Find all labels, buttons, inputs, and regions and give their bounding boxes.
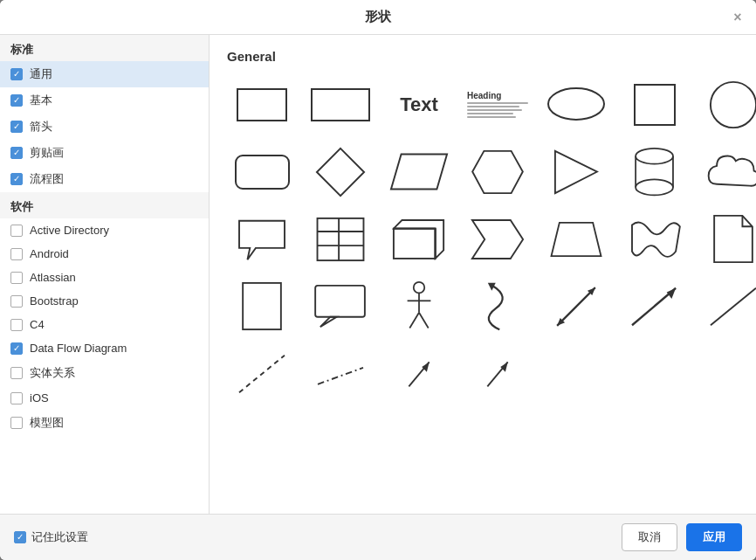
shape-person[interactable]: [384, 278, 454, 335]
shape-arrow-diagonal-right[interactable]: [620, 278, 690, 335]
main-content: General Text: [210, 35, 756, 514]
svg-point-10: [636, 148, 673, 163]
sidebar-label-basic: 基本: [30, 93, 52, 108]
shape-arrow-up-right-2[interactable]: [463, 345, 533, 402]
checkbox-bootstrap[interactable]: [10, 295, 23, 308]
svg-rect-3: [635, 85, 675, 125]
checkbox-basic[interactable]: [10, 94, 23, 107]
shape-rectangle-wide[interactable]: [306, 76, 375, 133]
close-button[interactable]: ×: [730, 10, 746, 25]
shape-rectangle-small[interactable]: [227, 76, 297, 133]
sidebar-item-arrow[interactable]: 箭头: [0, 114, 209, 140]
shape-circle[interactable]: [698, 76, 756, 133]
shape-heading[interactable]: Heading: [463, 76, 533, 133]
checkbox-ios[interactable]: [10, 392, 23, 404]
svg-line-39: [239, 355, 285, 392]
shape-arrow-up-right[interactable]: [384, 345, 454, 402]
svg-marker-22: [472, 220, 523, 259]
checkbox-er[interactable]: [10, 367, 23, 379]
sidebar-item-android[interactable]: Android: [0, 242, 209, 266]
sidebar-item-atlassian[interactable]: Atlassian: [0, 266, 209, 289]
sidebar-label-ios: iOS: [30, 391, 49, 404]
shape-arrow-triangle[interactable]: [541, 143, 611, 200]
shape-s-arrow[interactable]: [463, 278, 533, 335]
shape-hexagon[interactable]: [463, 143, 533, 200]
checkbox-mockup[interactable]: [10, 417, 23, 429]
apply-button[interactable]: 应用: [686, 523, 742, 551]
shape-trapezoid[interactable]: [541, 211, 611, 267]
shape-diamond[interactable]: [306, 143, 375, 200]
sidebar-item-active-directory[interactable]: Active Directory: [0, 218, 209, 242]
checkbox-c4[interactable]: [10, 319, 23, 331]
sidebar-label-general: 通用: [30, 66, 52, 82]
shape-double-arrow-diagonal[interactable]: [541, 278, 611, 335]
sidebar-item-flowchart[interactable]: 流程图: [0, 166, 209, 192]
sidebar-label-android: Android: [30, 247, 69, 260]
sidebar-label-mockup: 模型图: [30, 415, 64, 431]
sidebar-item-mockup[interactable]: 模型图: [0, 410, 209, 436]
sidebar-item-clipart[interactable]: 剪贴画: [0, 140, 209, 166]
shape-ellipse[interactable]: [541, 76, 611, 133]
shape-callout[interactable]: [306, 278, 375, 335]
shape-cloud[interactable]: [698, 143, 756, 200]
svg-rect-5: [236, 156, 289, 189]
checkbox-general[interactable]: [10, 68, 23, 80]
shape-rounded-rect[interactable]: [227, 143, 297, 200]
sidebar-item-ios[interactable]: iOS: [0, 386, 209, 410]
shape-document[interactable]: [698, 211, 756, 267]
remember-label: 记住此设置: [31, 529, 88, 545]
shape-chevron-arrow[interactable]: [463, 211, 533, 267]
shape-square[interactable]: [620, 76, 690, 133]
title-bar: 形状 ×: [0, 0, 756, 35]
shape-3d-box[interactable]: [384, 211, 454, 267]
svg-point-4: [711, 81, 756, 127]
svg-rect-1: [312, 89, 369, 121]
svg-rect-24: [243, 283, 281, 329]
cancel-button[interactable]: 取消: [622, 523, 677, 551]
standard-section-header: 标准: [0, 35, 209, 61]
section-title: General: [227, 49, 739, 64]
checkbox-clipart[interactable]: [10, 147, 23, 159]
sidebar-label-bootstrap: Bootstrap: [30, 294, 79, 308]
shapes-dialog: 形状 × 标准 通用 基本 箭头 剪贴画: [0, 0, 756, 560]
checkbox-flowchart[interactable]: [10, 173, 23, 185]
shape-cylinder[interactable]: [620, 143, 690, 200]
svg-marker-23: [552, 222, 601, 255]
sidebar-label-er: 实体关系: [30, 365, 75, 381]
shape-wave[interactable]: [620, 211, 690, 267]
checkbox-android[interactable]: [10, 248, 23, 260]
shape-text[interactable]: Text: [384, 76, 454, 133]
sidebar-label-atlassian: Atlassian: [30, 271, 76, 284]
sidebar-item-data-flow[interactable]: Data Flow Diagram: [0, 336, 209, 360]
content-area: 标准 通用 基本 箭头 剪贴画 流程图 软件: [0, 35, 756, 514]
sidebar-item-general[interactable]: 通用: [0, 61, 209, 87]
shape-dash-dot-line[interactable]: [306, 345, 375, 402]
sidebar-item-er[interactable]: 实体关系: [0, 360, 209, 386]
svg-marker-8: [472, 150, 523, 192]
svg-marker-9: [555, 150, 597, 192]
sidebar-item-basic[interactable]: 基本: [0, 87, 209, 114]
sidebar: 标准 通用 基本 箭头 剪贴画 流程图 软件: [0, 35, 210, 514]
shape-table[interactable]: [306, 211, 375, 267]
svg-marker-7: [391, 155, 447, 190]
svg-marker-37: [667, 287, 676, 298]
checkbox-atlassian[interactable]: [10, 272, 23, 284]
checkbox-remember[interactable]: [14, 531, 26, 543]
sidebar-item-bootstrap[interactable]: Bootstrap: [0, 289, 209, 313]
shape-speech-bubble[interactable]: [227, 211, 297, 267]
footer-left: 记住此设置: [14, 529, 88, 545]
sidebar-label-flowchart: 流程图: [30, 171, 64, 187]
shape-line-diagonal[interactable]: [698, 278, 756, 335]
sidebar-item-c4[interactable]: C4: [0, 313, 209, 336]
checkbox-arrow[interactable]: [10, 121, 23, 133]
shape-blank[interactable]: [227, 278, 297, 335]
svg-rect-25: [315, 285, 365, 316]
checkbox-data-flow[interactable]: [10, 342, 23, 355]
checkbox-active-directory[interactable]: [10, 225, 23, 237]
shape-dashed-line[interactable]: [227, 345, 297, 402]
sidebar-label-c4: C4: [30, 318, 45, 331]
svg-rect-18: [394, 228, 436, 258]
shape-parallelogram[interactable]: [384, 143, 454, 200]
sidebar-label-data-flow: Data Flow Diagram: [30, 342, 127, 355]
svg-rect-0: [237, 89, 286, 121]
